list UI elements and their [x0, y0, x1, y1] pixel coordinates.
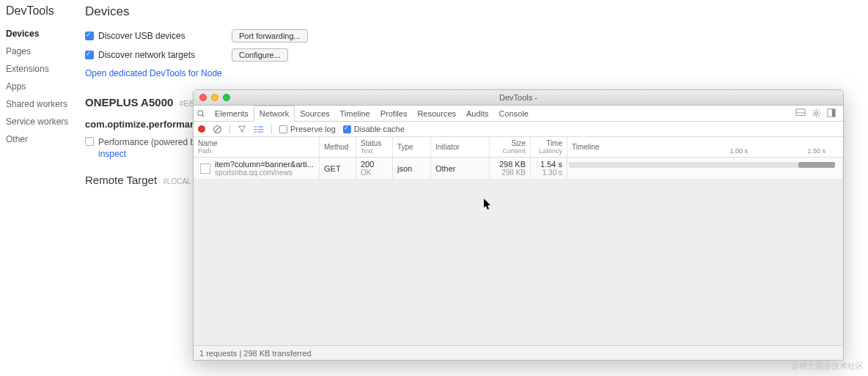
svg-point-4 [814, 111, 817, 114]
sidebar-item-extensions[interactable]: Extensions [6, 60, 81, 78]
timeline-download-bar [798, 162, 835, 168]
disable-cache-label: Disable cache [354, 125, 405, 133]
performance-label: Performance (powered by [98, 137, 199, 147]
col-time[interactable]: TimeLatency [531, 137, 567, 157]
col-status[interactable]: StatusText [356, 137, 393, 157]
window-title: DevTools - [499, 93, 537, 102]
favicon-placeholder [200, 163, 210, 174]
dock-icon[interactable] [827, 108, 836, 118]
configure-button[interactable]: Configure... [232, 48, 288, 62]
inspect-link[interactable]: inspect [98, 149, 199, 159]
tab-sources[interactable]: Sources [295, 106, 334, 122]
row-initiator: Other [431, 158, 490, 179]
preserve-log-label: Preserve log [290, 125, 336, 133]
tab-resources[interactable]: Resources [412, 106, 461, 122]
svg-line-12 [818, 110, 819, 111]
col-size[interactable]: SizeContent [490, 137, 531, 157]
preserve-log-toggle[interactable]: Preserve log [279, 125, 336, 133]
sidebar-item-shared-workers[interactable]: Shared workers [6, 95, 81, 113]
timeline-tick-1: 1.00 s [729, 147, 748, 155]
svg-line-1 [202, 114, 205, 117]
col-name[interactable]: NamePath [194, 137, 320, 157]
tab-audits[interactable]: Audits [461, 106, 494, 122]
discover-usb-checkbox[interactable] [85, 32, 94, 40]
preserve-log-checkbox[interactable] [279, 125, 287, 133]
svg-line-9 [813, 110, 814, 111]
row-status: 200OK [356, 158, 393, 179]
sidebar-item-pages[interactable]: Pages [6, 43, 81, 60]
timeline-wait-bar [569, 162, 798, 168]
svg-line-11 [813, 115, 814, 116]
zoom-icon[interactable] [223, 94, 230, 101]
view-icon[interactable] [254, 125, 264, 133]
titlebar[interactable]: DevTools - [194, 90, 843, 106]
tab-console[interactable]: Console [494, 106, 534, 122]
row-time: 1.54 s1.30 s [531, 158, 567, 179]
row-type: json [393, 158, 431, 179]
tab-profiles[interactable]: Profiles [375, 106, 413, 122]
row-path: sportsnba.qq.com/news [215, 169, 314, 177]
sidebar-item-apps[interactable]: Apps [6, 78, 81, 95]
watermark: @稀土掘金技术社区 [791, 361, 864, 372]
discover-usb-label: Discover USB devices [98, 31, 185, 41]
record-button[interactable] [198, 125, 205, 133]
drawer-icon[interactable] [795, 108, 806, 118]
status-bar: 1 requests | 298 KB transferred [194, 345, 843, 360]
sidebar-item-devices[interactable]: Devices [6, 25, 81, 43]
network-row[interactable]: item?column=banner&arti... sportsnba.qq.… [194, 158, 843, 180]
svg-rect-14 [832, 109, 835, 117]
filter-icon[interactable] [238, 125, 246, 133]
disable-cache-checkbox[interactable] [343, 125, 351, 133]
devtools-window: DevTools - Elements Network Sources Time… [193, 89, 844, 361]
svg-line-16 [215, 127, 220, 132]
network-headers: NamePath Method StatusText Type Initiato… [194, 137, 843, 158]
port-forwarding-button[interactable]: Port forwarding... [232, 29, 308, 43]
tab-timeline[interactable]: Timeline [335, 106, 375, 122]
clear-icon[interactable] [213, 125, 222, 134]
svg-rect-2 [796, 109, 805, 116]
page-title: Devices [85, 4, 861, 19]
row-name: item?column=banner&arti... [215, 160, 314, 169]
minimize-icon[interactable] [211, 94, 218, 101]
discover-network-checkbox[interactable] [85, 51, 94, 59]
app-title: DevTools [6, 4, 81, 18]
tab-network[interactable]: Network [254, 106, 295, 122]
sidebar-item-service-workers[interactable]: Service workers [6, 113, 81, 130]
col-timeline[interactable]: Timeline 1.00 s 1.50 s [567, 137, 843, 157]
settings-icon[interactable] [812, 108, 821, 118]
dedicated-devtools-link[interactable]: Open dedicated DevTools for Node [85, 68, 222, 78]
search-icon[interactable] [196, 109, 210, 118]
discover-network-label: Discover network targets [98, 50, 195, 60]
col-type[interactable]: Type [393, 137, 431, 157]
svg-point-0 [198, 110, 203, 115]
performance-checkbox[interactable] [85, 137, 94, 146]
timeline-tick-2: 1.50 s [807, 147, 825, 155]
svg-line-10 [818, 115, 819, 116]
close-icon[interactable] [199, 94, 207, 101]
row-method: GET [320, 158, 356, 179]
tab-elements[interactable]: Elements [210, 106, 254, 122]
disable-cache-toggle[interactable]: Disable cache [343, 125, 405, 133]
sidebar-item-other[interactable]: Other [6, 130, 81, 148]
col-method[interactable]: Method [320, 137, 356, 157]
col-initiator[interactable]: Initiator [431, 137, 490, 157]
remote-target-tag: #LOCAL [163, 177, 191, 185]
row-size: 298 KB298 KB [490, 158, 531, 179]
network-grid [194, 180, 843, 345]
